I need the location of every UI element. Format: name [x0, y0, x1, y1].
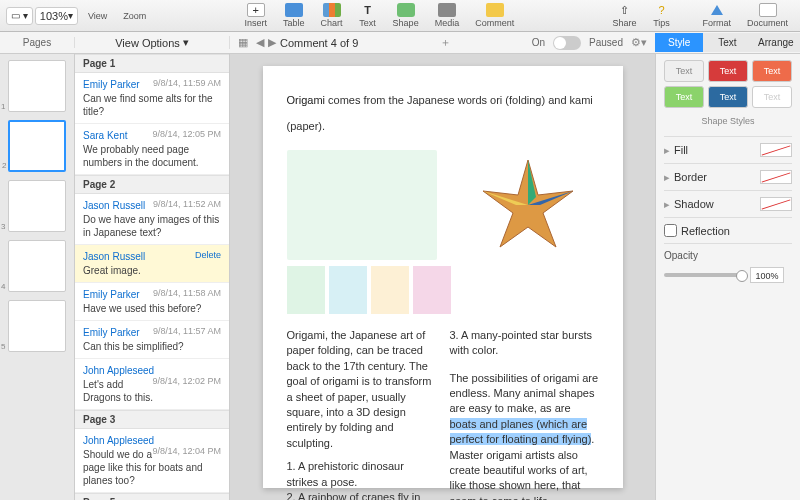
body-text-2[interactable]: The possibilities of origami are endless…	[450, 372, 599, 500]
chart-button[interactable]: Chart	[315, 1, 349, 30]
prev-comment[interactable]: ◀	[256, 36, 264, 49]
comment-page-header: Page 3	[75, 410, 229, 429]
opacity-slider[interactable]	[664, 273, 744, 277]
page: Origami comes from the Japanese words or…	[263, 66, 623, 488]
comment-counter: Comment 4 of 9	[280, 37, 358, 49]
shape-style-swatches: TextTextTextTextTextText	[664, 60, 792, 108]
style-swatch[interactable]: Text	[708, 86, 748, 108]
page-thumbnail[interactable]: 4	[8, 240, 66, 292]
view-menu[interactable]: ▭ ▾	[6, 7, 33, 25]
figure-crane[interactable]	[371, 266, 409, 314]
text-button[interactable]: TText	[353, 1, 383, 30]
comment-button[interactable]: Comment	[469, 1, 520, 30]
page-thumbnail[interactable]: 2	[8, 120, 66, 172]
comment-page-header: Page 2	[75, 175, 229, 194]
add-icon[interactable]: ＋	[440, 35, 451, 50]
zoom-select[interactable]: 103% ▾	[35, 7, 78, 25]
insert-button[interactable]: +Insert	[239, 1, 274, 30]
shape-button[interactable]: Shape	[387, 1, 425, 30]
gear-icon[interactable]: ⚙▾	[631, 36, 647, 49]
comment-item[interactable]: Jason RussellDeleteGreat image.	[75, 245, 229, 283]
media-button[interactable]: Media	[429, 1, 466, 30]
figure-crane[interactable]	[287, 266, 325, 314]
comment-page-header: Page 1	[75, 54, 229, 73]
style-swatch[interactable]: Text	[752, 86, 792, 108]
main-toolbar: ▭ ▾ 103% ▾ View Zoom +Insert Table Chart…	[0, 0, 800, 32]
opacity-value[interactable]: 100%	[750, 267, 784, 283]
reflection-label: Reflection	[681, 225, 730, 237]
page-thumbnail[interactable]: 1	[8, 60, 66, 112]
figure-crane[interactable]	[413, 266, 451, 314]
table-button[interactable]: Table	[277, 1, 311, 30]
comment-item[interactable]: John Appleseed9/8/14, 12:04 PMShould we …	[75, 429, 229, 493]
inspector-tabs: Style Text Arrange	[655, 33, 800, 52]
figure-dinosaur[interactable]	[287, 150, 437, 260]
comment-item[interactable]: Emily Parker9/8/14, 11:58 AMHave we used…	[75, 283, 229, 321]
comment-item[interactable]: Emily Parker9/8/14, 11:59 AMCan we find …	[75, 73, 229, 124]
inspector-row-fill[interactable]: ▸Fill	[664, 136, 792, 163]
page-headline: Origami comes from the Japanese words or…	[287, 84, 599, 136]
inspector-row-shadow[interactable]: ▸Shadow	[664, 190, 792, 217]
page-thumbnail[interactable]: 5	[8, 300, 66, 352]
style-swatch[interactable]: Text	[664, 86, 704, 108]
format-button[interactable]: Format	[696, 1, 737, 30]
page-thumbnail[interactable]: 3	[8, 180, 66, 232]
document-canvas[interactable]: Origami comes from the Japanese words or…	[230, 54, 655, 500]
view-button[interactable]: View	[82, 8, 113, 23]
chevron-down-icon: ▾	[183, 36, 189, 49]
comment-item[interactable]: John Appleseed9/8/14, 12:02 PMLet's add …	[75, 359, 229, 410]
comment-item[interactable]: Sara Kent9/8/14, 12:05 PMWe probably nee…	[75, 124, 229, 175]
next-comment[interactable]: ▶	[268, 36, 276, 49]
zoom-button[interactable]: Zoom	[117, 8, 152, 23]
view-options[interactable]: View Options▾	[75, 36, 230, 49]
comment-item[interactable]: Emily Parker9/8/14, 11:57 AMCan this be …	[75, 321, 229, 359]
style-swatch[interactable]: Text	[664, 60, 704, 82]
tab-arrange[interactable]: Arrange	[752, 33, 800, 52]
sidebar-toggle-icon[interactable]: ▦	[238, 36, 248, 49]
comments-panel: Page 1Emily Parker9/8/14, 11:59 AMCan we…	[75, 54, 230, 500]
page-thumbnails: 12345	[0, 54, 75, 500]
tab-style[interactable]: Style	[655, 33, 703, 52]
figure-crane[interactable]	[329, 266, 367, 314]
shape-styles-label: Shape Styles	[664, 116, 792, 126]
figure-star[interactable]	[457, 150, 599, 260]
reflection-checkbox[interactable]	[664, 224, 677, 237]
tab-text[interactable]: Text	[703, 33, 751, 52]
sub-toolbar: Pages View Options▾ ▦ ◀ ▶ Comment 4 of 9…	[0, 32, 800, 54]
tracking-toggle[interactable]	[553, 36, 581, 50]
tips-button[interactable]: ?Tips	[646, 1, 676, 30]
paused-label: Paused	[589, 37, 623, 48]
comment-page-header: Page 5	[75, 493, 229, 500]
share-button[interactable]: ⇧Share	[606, 1, 642, 30]
comment-item[interactable]: Jason Russell9/8/14, 11:52 AMDo we have …	[75, 194, 229, 245]
format-inspector: TextTextTextTextTextText Shape Styles ▸F…	[655, 54, 800, 500]
opacity-label: Opacity	[664, 250, 792, 261]
style-swatch[interactable]: Text	[752, 60, 792, 82]
pages-label: Pages	[0, 37, 75, 48]
body-text[interactable]: Origami, the Japanese art of paper foldi…	[287, 328, 599, 500]
style-swatch[interactable]: Text	[708, 60, 748, 82]
inspector-row-border[interactable]: ▸Border	[664, 163, 792, 190]
on-label: On	[532, 37, 545, 48]
document-button[interactable]: Document	[741, 1, 794, 30]
